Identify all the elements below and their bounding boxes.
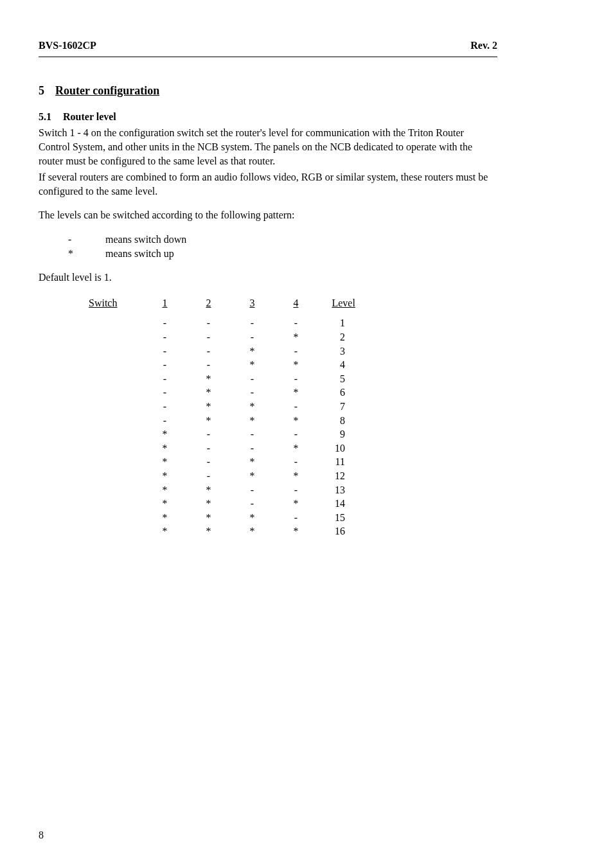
- table-row: ----1: [80, 316, 364, 330]
- level-cell: 13: [317, 483, 364, 497]
- table-spacer: [80, 310, 364, 316]
- switch-cell: -: [274, 316, 317, 330]
- row-label: [80, 344, 143, 359]
- switch-cell: -: [186, 469, 230, 483]
- switch-cell: *: [186, 372, 230, 386]
- switch-cell: -: [143, 316, 186, 330]
- table-row: ---*2: [80, 330, 364, 344]
- col-3: 3: [230, 296, 274, 310]
- switch-cell: *: [230, 358, 274, 372]
- switch-cell: *: [143, 455, 186, 469]
- row-label: [80, 441, 143, 456]
- switch-cell: -: [230, 497, 274, 511]
- row-label: [80, 497, 143, 511]
- switch-cell: -: [186, 427, 230, 441]
- switch-cell: -: [230, 483, 274, 497]
- switch-cell: *: [186, 385, 230, 400]
- switch-cell: -: [230, 427, 274, 441]
- table-header-row: Switch 1 2 3 4 Level: [80, 296, 364, 310]
- switch-cell: *: [274, 524, 317, 538]
- switch-cell: *: [274, 358, 317, 372]
- row-label: [80, 385, 143, 400]
- table-row: *--*10: [80, 441, 364, 456]
- switch-cell: *: [143, 497, 186, 511]
- switch-cell: *: [186, 524, 230, 538]
- switch-cell: *: [230, 400, 274, 414]
- level-cell: 6: [317, 385, 364, 400]
- switch-cell: -: [143, 400, 186, 414]
- row-label: [80, 400, 143, 414]
- col-4: 4: [274, 296, 317, 310]
- row-label: [80, 469, 143, 483]
- legend-desc: means switch up: [105, 247, 174, 261]
- table-row: **--13: [80, 483, 364, 497]
- switch-cell: -: [274, 427, 317, 441]
- level-cell: 12: [317, 469, 364, 483]
- switch-cell: *: [274, 497, 317, 511]
- row-label: [80, 358, 143, 372]
- table-row: -*-*6: [80, 385, 364, 400]
- switch-cell: *: [274, 330, 317, 344]
- row-label: [80, 330, 143, 344]
- switch-cell: *: [186, 400, 230, 414]
- row-label: [80, 511, 143, 525]
- level-cell: 9: [317, 427, 364, 441]
- level-cell: 15: [317, 511, 364, 525]
- switch-cell: *: [274, 385, 317, 400]
- switch-cell: -: [186, 330, 230, 344]
- switch-cell: -: [186, 441, 230, 456]
- row-label: [80, 414, 143, 428]
- switch-cell: -: [186, 358, 230, 372]
- switch-cell: *: [274, 441, 317, 456]
- switch-cell: -: [230, 441, 274, 456]
- row-label: [80, 316, 143, 330]
- level-cell: 10: [317, 441, 364, 456]
- level-cell: 1: [317, 316, 364, 330]
- col-1: 1: [143, 296, 186, 310]
- table-row: --**4: [80, 358, 364, 372]
- switch-cell: *: [143, 427, 186, 441]
- table-row: *---9: [80, 427, 364, 441]
- row-label: [80, 427, 143, 441]
- page-number: 8: [39, 828, 44, 842]
- table-row: *-*-11: [80, 455, 364, 469]
- switch-cell: *: [230, 414, 274, 428]
- switch-cell: *: [143, 469, 186, 483]
- table-row: -*--5: [80, 372, 364, 386]
- switch-cell: *: [143, 511, 186, 525]
- col-2: 2: [186, 296, 230, 310]
- switch-cell: -: [230, 385, 274, 400]
- doc-header-right: Rev. 2: [470, 39, 497, 53]
- switch-cell: -: [143, 344, 186, 359]
- switch-cell: *: [186, 511, 230, 525]
- switch-cell: -: [230, 372, 274, 386]
- switch-cell: *: [230, 524, 274, 538]
- switch-cell: -: [274, 372, 317, 386]
- level-cell: 3: [317, 344, 364, 359]
- switch-cell: -: [186, 316, 230, 330]
- switch-cell: -: [186, 455, 230, 469]
- switch-cell: *: [230, 469, 274, 483]
- level-cell: 16: [317, 524, 364, 538]
- table-row: **-*14: [80, 497, 364, 511]
- subsection-title: Router level: [63, 111, 116, 122]
- table-row: --*-3: [80, 344, 364, 359]
- switch-cell: -: [143, 358, 186, 372]
- table-row: -**-7: [80, 400, 364, 414]
- legend-row: * means switch up: [68, 247, 497, 261]
- table-row: *-**12: [80, 469, 364, 483]
- paragraph-3: The levels can be switched according to …: [39, 208, 497, 222]
- switch-cell: -: [274, 400, 317, 414]
- switch-cell: -: [186, 344, 230, 359]
- level-cell: 14: [317, 497, 364, 511]
- switch-cell: *: [274, 469, 317, 483]
- switch-cell: -: [143, 372, 186, 386]
- switch-cell: -: [143, 385, 186, 400]
- subsection-heading: 5.1Router level: [39, 110, 497, 124]
- switch-cell: -: [230, 316, 274, 330]
- switch-cell: *: [186, 414, 230, 428]
- switch-cell: -: [274, 344, 317, 359]
- row-label: [80, 372, 143, 386]
- level-cell: 8: [317, 414, 364, 428]
- switch-cell: *: [143, 483, 186, 497]
